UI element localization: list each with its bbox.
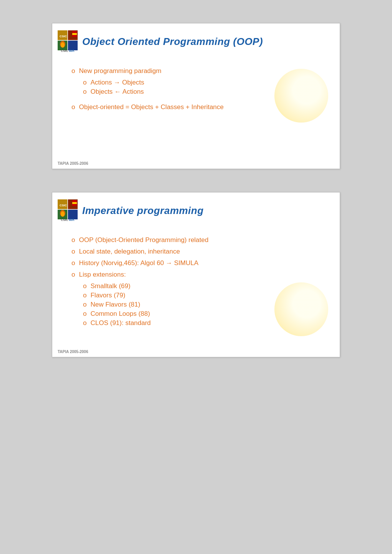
sub-marker-1-1: o [83,79,86,86]
sub-bullets-2: o Smalltalk (69) o Flavors (79) o New Fl… [83,282,328,327]
slide-1-content: o New programming paradigm o Actions → O… [71,67,328,111]
sub-bullets-1: o Actions → Objects o Objects ← Actions [83,79,328,96]
bullet-marker-1-1: o [71,67,75,75]
sub-text-2-2: Flavors (79) [90,292,125,299]
bullet-text-2-1: OOP (Object-Oriented Programming) relate… [79,236,208,244]
slide-1-title: Object Oriented Programming (OOP) [82,36,263,48]
sub-text-2-5: CLOS (91): standard [90,319,151,327]
iiia-label: IIIA [69,49,75,53]
sub-bullet-2-3: o New Flavors (81) [83,301,328,309]
slide-1-body: o New programming paradigm o Actions → O… [52,58,340,134]
bullet-marker-2-2: o [71,248,75,255]
slide-2-body: o OOP (Object-Oriented Programming) rela… [52,227,340,348]
slide-1-footer: TAPIA 2005-2006 [58,161,88,166]
bullet-2-2: o Local state, delegation, inheritance [71,248,328,255]
slide-2: CSIC CSIC IIIA Imperative programming o … [52,192,340,357]
iiia-label-2: IIIA [69,218,75,222]
csic-label: CSIC [61,49,68,53]
csic-logo-2: CSIC [58,199,78,219]
csic-logo-1: CSIC [58,30,78,50]
bullet-text-2-2: Local state, delegation, inheritance [79,248,180,255]
bullet-text-2-3: History (Norvig,465): Algol 60 → SIMULA [79,259,198,267]
sub-bullet-2-4: o Common Loops (88) [83,310,328,318]
logo-wrapper-2: CSIC CSIC IIIA [58,199,78,222]
sub-text-2-3: New Flavors (81) [90,301,140,309]
svg-rect-9 [72,35,77,37]
csic-label-2: CSIC [61,218,68,222]
sub-marker-2-1: o [83,282,86,290]
bullet-2-1: o OOP (Object-Oriented Programming) rela… [71,236,328,244]
sub-bullet-2-1: o Smalltalk (69) [83,282,328,290]
logo-wrapper-1: CSIC CSIC IIIA [58,30,78,53]
sub-bullet-2-2: o Flavors (79) [83,292,328,299]
bullet-2-4: o Lisp extensions: [71,271,328,279]
sub-text-1-1: Actions → Objects [90,79,144,86]
slide-1-header: CSIC CSIC IIIA Object Oriented Programmi… [52,23,340,58]
svg-rect-21 [72,204,77,206]
svg-text:CSIC: CSIC [60,204,67,207]
sub-bullet-1-1: o Actions → Objects [83,79,328,86]
svg-text:CSIC: CSIC [60,35,67,38]
sub-text-1-2: Objects ← Actions [90,88,144,96]
bullet-1-1: o New programming paradigm [71,67,328,75]
sub-bullet-2-5: o CLOS (91): standard [83,319,328,327]
bullet-marker-2-1: o [71,236,75,244]
slide-2-footer: TAPIA 2005-2006 [58,350,88,354]
sub-text-2-4: Common Loops (88) [90,310,150,318]
svg-rect-20 [72,202,77,204]
slide-2-header: CSIC CSIC IIIA Imperative programming [52,192,340,227]
sub-marker-1-2: o [83,88,86,96]
bullet-marker-2-3: o [71,259,75,267]
sub-marker-2-4: o [83,310,86,318]
bullet-marker-2-4: o [71,271,75,279]
svg-point-23 [61,211,65,217]
bullet-2-3: o History (Norvig,465): Algol 60 → SIMUL… [71,259,328,267]
bullet-text-1-1: New programming paradigm [79,67,161,75]
svg-rect-19 [72,200,77,202]
svg-point-11 [61,42,65,48]
slide-2-title: Imperative programming [82,205,204,217]
sub-marker-2-3: o [83,301,86,309]
slide-1: CSIC CSIC IIIA Object Oriented Programmi… [52,23,340,169]
bullet-marker-1-2: o [71,103,75,111]
slide-2-content: o OOP (Object-Oriented Programming) rela… [71,236,328,327]
sub-text-2-1: Smalltalk (69) [90,282,130,290]
svg-rect-8 [72,33,77,35]
sub-marker-2-2: o [83,292,86,299]
bullet-text-2-4: Lisp extensions: [79,271,126,279]
svg-rect-7 [72,31,77,33]
sub-marker-2-5: o [83,319,86,327]
sub-bullet-1-2: o Objects ← Actions [83,88,328,96]
bullet-1-2: o Object-oriented = Objects + Classes + … [71,103,328,111]
bullet-text-1-2: Object-oriented = Objects + Classes + In… [79,103,224,111]
